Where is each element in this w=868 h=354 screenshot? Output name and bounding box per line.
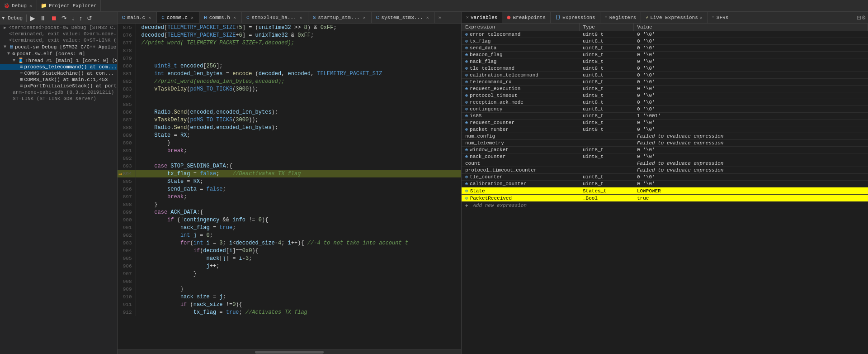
tab-sfrs[interactable]: ≡ SFRs xyxy=(708,12,733,23)
var-val-tle-telecommand: 0 '\0' xyxy=(633,65,868,72)
tab-variables[interactable]: × Variables xyxy=(462,12,502,23)
right-toolbar: ⊟ ⚙ xyxy=(733,12,868,23)
var-add-expression[interactable]: ✚ Add new expression xyxy=(462,202,868,209)
tab-expressions[interactable]: {} Expressions xyxy=(551,12,600,23)
code-row-889: 889 State = RX; xyxy=(118,131,461,139)
line-num-889: 889 xyxy=(118,131,136,139)
tab-system[interactable]: C system_stm3... ✕ xyxy=(372,12,435,23)
tab-stm32[interactable]: C stm32l4xx_ha... ✕ xyxy=(242,12,308,23)
debug-stop-btn[interactable]: ⏹ xyxy=(49,14,59,23)
tree-item-comms-task[interactable]: ≡ COMMS_Task() at main.c:1,453 xyxy=(0,77,117,83)
tree-item-terminated3[interactable]: <terminated, exit value: 0>ST-LINK (S... xyxy=(0,37,117,43)
var-val-packet-number: 0 '\0' xyxy=(633,126,868,133)
tab-system-label: system_stm3... xyxy=(381,15,423,20)
tab-breakpoints[interactable]: ⬟ Breakpoints xyxy=(502,12,551,23)
var-expr-send-data: ⊕send_data xyxy=(462,45,579,52)
horizontal-scrollbar[interactable] xyxy=(118,349,461,354)
debug-restart-btn[interactable]: ↺ xyxy=(85,14,94,23)
tab-system-icon: C xyxy=(376,15,379,20)
var-type-calibration-counter: uint8_t xyxy=(579,181,633,187)
variables-table-container[interactable]: Expression Type Value ⊕error_telecommand… xyxy=(462,24,868,354)
var-type-tle-telecommand: uint8_t xyxy=(579,65,633,72)
line-code-902: int j = 0; xyxy=(136,231,461,239)
tab-comms-c[interactable]: C comms.c ✕ xyxy=(157,12,199,23)
tree-item-gdb[interactable]: arm-none-eabi-gdb (8.3.1.20191211) xyxy=(0,89,117,96)
debug-step-over-btn[interactable]: ↷ xyxy=(60,14,69,23)
tab-live-expressions-label: Live Expressions xyxy=(650,15,698,20)
tab-startup[interactable]: S startup_stm... ✕ xyxy=(308,12,372,23)
tree-item-terminated2[interactable]: <terminated, exit value: 0>arm-none-... xyxy=(0,31,117,37)
line-code-898: } xyxy=(136,201,461,208)
tab-main-c[interactable]: C main.c ✕ xyxy=(118,12,157,23)
code-row-903: 903 for(int i = 3; i<decoded_size-4; i++… xyxy=(118,239,461,247)
tree-item-pxport[interactable]: ≡ pxPortInitialiseStack() at port.c:... xyxy=(0,83,117,89)
var-val-count: Failed to evaluate expression xyxy=(633,160,868,167)
debug-step-out-btn[interactable]: ↑ xyxy=(77,14,84,23)
tab-comms-c-close[interactable]: ✕ xyxy=(190,14,194,21)
var-type-count xyxy=(579,160,633,167)
tree-item-debug-session[interactable]: ▼ 🖥 pocat-sw Debug [STM32 C/C++ Applic..… xyxy=(0,43,117,50)
code-row-908: 908 xyxy=(118,277,461,285)
collapse-all-btn[interactable]: ⊟ xyxy=(857,14,861,21)
tab-stm32-label: stm32l4xx_ha... xyxy=(252,15,297,20)
variables-icon: × xyxy=(466,15,469,20)
var-val-num-config: Failed to evaluate expression xyxy=(633,133,868,140)
var-row-tx-flag: ⊕tx_flag uint8_t 0 '\0' xyxy=(462,38,868,45)
var-row-telecommand-rx: ⊕telecommand_rx uint8_t 0 '\0' xyxy=(462,79,868,86)
var-val-telecommand-rx: 0 '\0' xyxy=(633,79,868,86)
tree-item-terminated1[interactable]: ▶ <terminated>pocat-sw Debug [STM32 C... xyxy=(0,24,117,31)
tab-live-expressions-close[interactable]: ✕ xyxy=(700,15,703,20)
tree-item-stlink[interactable]: ST-LINK (ST-LINK GDB server) xyxy=(0,96,117,102)
var-type-state: States_t xyxy=(579,187,633,195)
tab-stm32-close[interactable]: ✕ xyxy=(299,14,303,21)
line-code-907: } xyxy=(136,270,461,277)
line-code-893: case STOP_SENDING_DATA:{ xyxy=(136,162,461,170)
tab-system-close[interactable]: ✕ xyxy=(425,14,430,21)
tab-debug-close[interactable]: ✕ xyxy=(28,3,33,9)
debug-resume-btn[interactable]: ▶ xyxy=(28,14,37,23)
var-expr-packet-received: ⊕PacketReceived xyxy=(462,195,579,202)
tab-comms-h-close[interactable]: ✕ xyxy=(232,14,237,21)
tab-comms-h[interactable]: H comms.h ✕ xyxy=(199,12,242,23)
tab-registers[interactable]: ≡ Registers xyxy=(600,12,641,23)
tab-main-c-close[interactable]: ✕ xyxy=(147,14,152,21)
table-header-row: Expression Type Value xyxy=(462,24,868,31)
code-row-894: ⇒ 894 tx_flag = false; //Deactivates TX … xyxy=(118,170,461,177)
var-type-num-config xyxy=(579,133,633,140)
tab-explorer[interactable]: 📁 Project Explorer xyxy=(37,0,101,11)
settings-btn[interactable]: ⚙ xyxy=(861,14,866,21)
tree-icon-3: 🖥 xyxy=(9,44,14,50)
var-row-isgs: ⊕isGS uint8_t 1 '\001' xyxy=(462,113,868,120)
scrollbar-thumb[interactable] xyxy=(255,351,324,354)
line-code-899: case ACK_DATA:{ xyxy=(136,208,461,216)
tree-item-elf[interactable]: ▼ ⚙ pocat-sw.elf [cores: 0] xyxy=(0,50,117,57)
debug-toolbar: ▼ Debug ▶ ⏸ ⏹ ↷ ↓ ↑ ↺ xyxy=(0,12,117,24)
var-expr-protocol-timeout-counter: protocol_timeout_counter xyxy=(462,167,579,174)
live-expressions-icon: ⚡ xyxy=(646,15,648,20)
debug-step-into-btn[interactable]: ↓ xyxy=(70,14,76,23)
line-code-892 xyxy=(136,154,461,162)
tree-item-thread[interactable]: ▼ 🧵 Thread #1 [main] 1 [core: 0] (Susp..… xyxy=(0,57,117,64)
line-code-877: //print_word( TELEMETRY_PACKET_SIZE+7,de… xyxy=(136,39,461,47)
tab-live-expressions[interactable]: ⚡ Live Expressions ✕ xyxy=(641,12,708,23)
line-num-904: 904 xyxy=(118,247,136,254)
line-code-885 xyxy=(136,100,461,108)
var-val-packet-received: true xyxy=(633,195,868,202)
var-type-protocol-timeout: uint8_t xyxy=(579,92,633,99)
tab-debug[interactable]: 🐞 Debug ✕ xyxy=(0,0,37,11)
add-expression-label[interactable]: Add new expression xyxy=(473,203,527,208)
code-row-900: 900 if (!contingency && info != 0){ xyxy=(118,216,461,224)
var-row-add-expression[interactable]: ✚ Add new expression xyxy=(462,202,868,209)
tab-comms-h-icon: H xyxy=(204,15,207,20)
tree-item-comms-statemachine[interactable]: ≡ COMMS_StateMachine() at con... xyxy=(0,70,117,77)
code-row-875: 875 decoded[TELEMETRY_PACKET_SIZE+5] = (… xyxy=(118,24,461,31)
var-type-isgs: uint8_t xyxy=(579,113,633,120)
tree-label-4: pocat-sw.elf [cores: 0] xyxy=(17,51,85,57)
code-area[interactable]: 875 decoded[TELEMETRY_PACKET_SIZE+5] = (… xyxy=(118,24,461,349)
debug-pause-btn[interactable]: ⏸ xyxy=(38,14,48,23)
var-val-isgs: 1 '\001' xyxy=(633,113,868,120)
tab-startup-label: startup_stm... xyxy=(318,15,359,20)
tab-more[interactable]: » xyxy=(435,15,445,20)
tab-startup-close[interactable]: ✕ xyxy=(362,14,367,21)
tree-item-process-telecommand[interactable]: ≡ process_telecommand() at com... xyxy=(0,64,117,70)
